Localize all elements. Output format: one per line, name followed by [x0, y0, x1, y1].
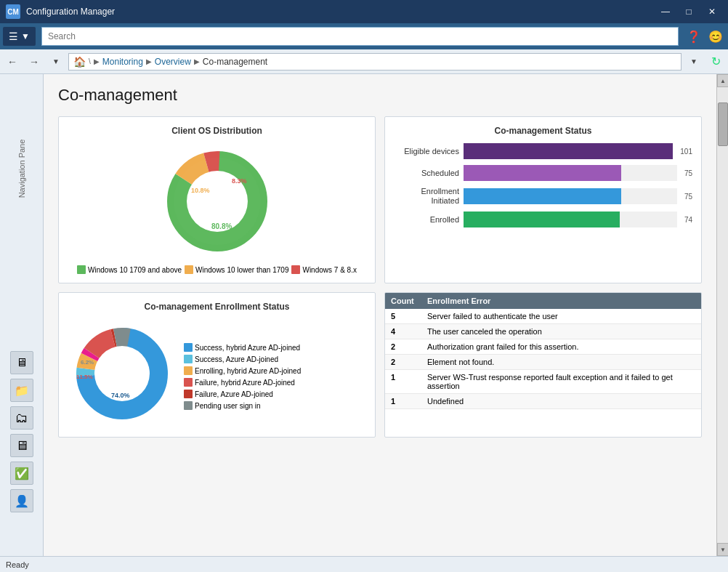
help-button[interactable]: ❓: [684, 27, 703, 46]
legend-item-failure-hybrid: Failure, hybrid Azure AD-joined: [184, 378, 295, 387]
left-sidebar: Navigation Pane 🖥 📁 🗂 🖥 ✅ 👤: [0, 74, 44, 556]
error-table-row: 5Server failed to authenticate the user: [385, 309, 701, 324]
breadcrumb-dropdown-button[interactable]: ▼: [684, 52, 703, 71]
error-table-row: 2Element not found.: [385, 355, 701, 370]
breadcrumb-current: Co-management: [203, 57, 267, 67]
bar-fill-scheduled: [464, 165, 621, 181]
bar-row-enrolled: Enrolled 74: [394, 212, 692, 227]
legend-label-win10-above: Windows 10 1709 and above: [88, 266, 182, 274]
error-count-cell: 2: [385, 339, 421, 355]
error-table: Count Enrollment Error 5Server failed to…: [385, 293, 701, 409]
legend-color-red: [291, 265, 300, 274]
enrollment-status-title: Co-management Enrollment Status: [68, 302, 366, 312]
bar-value-scheduled: 75: [684, 169, 692, 177]
breadcrumb-bar: 🏠 \ ▶ Monitoring ▶ Overview ▶ Co-managem…: [68, 53, 682, 71]
sidebar-icon-layers[interactable]: 🗂: [10, 406, 33, 430]
app-icon: CM: [6, 4, 20, 19]
sidebar-icon-check[interactable]: ✅: [10, 462, 33, 485]
sidebar-icon-user[interactable]: 👤: [10, 489, 33, 512]
sidebar-icon-device[interactable]: 🖥: [10, 434, 33, 457]
client-os-title: Client OS Distribution: [68, 126, 366, 136]
search-input[interactable]: [41, 27, 679, 46]
legend-label-success-azure: Success, Azure AD-joined: [195, 355, 278, 363]
legend-item-success-hybrid: Success, hybrid Azure AD-joined: [184, 343, 300, 352]
legend-color-lightblue: [184, 355, 193, 363]
dashboard-grid: Client OS Distribution 8.3%: [58, 116, 702, 438]
error-message-cell: Server WS-Trust response reported fault …: [421, 370, 701, 394]
minimize-button[interactable]: —: [655, 4, 676, 19]
error-count-cell: 1: [385, 394, 421, 409]
client-os-svg: 8.3% 10.8% 80.8%: [159, 143, 275, 259]
legend-item-pending: Pending user sign in: [184, 401, 261, 410]
legend-label-pending: Pending user sign in: [195, 402, 261, 410]
enrollment-errors-card: Count Enrollment Error 5Server failed to…: [384, 292, 702, 438]
window-controls: — □ ✕: [655, 4, 722, 19]
bar-fill-eligible: [464, 143, 673, 159]
error-message-cell: Undefined: [421, 394, 701, 409]
error-message-cell: Authorization grant failed for this asse…: [421, 339, 701, 355]
error-table-row: 4The user canceled the operation: [385, 324, 701, 339]
nav-bar: ← → ▼ 🏠 \ ▶ Monitoring ▶ Overview ▶ Co-m…: [0, 49, 728, 74]
enrollment-status-card: Co-management Enrollment Status: [58, 292, 376, 438]
error-message-cell: The user canceled the operation: [421, 324, 701, 339]
app-menu-dropdown[interactable]: ☰ ▼: [3, 27, 36, 46]
enrollment-legend: Success, hybrid Azure AD-joined Success,…: [184, 343, 301, 410]
legend-label-enrolling-hybrid: Enrolling, hybrid Azure AD-joined: [195, 367, 301, 375]
content-area: Co-management Client OS Distribution: [44, 74, 716, 556]
breadcrumb-monitoring[interactable]: Monitoring: [102, 57, 143, 67]
forward-button[interactable]: →: [25, 52, 44, 71]
svg-text:8.3%: 8.3%: [232, 177, 247, 185]
bar-track-eligible: [464, 143, 673, 159]
legend-color-veryred: [184, 390, 193, 398]
svg-text:6.2%: 6.2%: [81, 359, 94, 366]
error-table-row: 1Undefined: [385, 394, 701, 409]
scroll-up-button[interactable]: ▲: [717, 74, 728, 87]
legend-item-win10-above: Windows 10 1709 and above: [77, 265, 182, 274]
maximize-button[interactable]: □: [679, 4, 699, 19]
scroll-thumb[interactable]: [718, 102, 728, 146]
error-table-header-row: Count Enrollment Error: [385, 293, 701, 309]
error-table-row: 2Authorization grant failed for this ass…: [385, 339, 701, 355]
status-text: Ready: [6, 560, 29, 569]
svg-text:80.8%: 80.8%: [211, 222, 232, 230]
error-count-cell: 1: [385, 370, 421, 394]
legend-item-enrolling-hybrid: Enrolling, hybrid Azure AD-joined: [184, 366, 301, 375]
error-table-body: 5Server failed to authenticate the user4…: [385, 309, 701, 409]
app-title: Configuration Manager: [26, 7, 655, 17]
bar-value-enrollment: 75: [684, 193, 692, 201]
dropdown-arrow: ▼: [21, 31, 30, 41]
toolbar-icons: ❓ 😊: [684, 27, 725, 46]
breadcrumb-overview[interactable]: Overview: [155, 57, 191, 67]
sidebar-icon-monitor[interactable]: 🖥: [10, 351, 33, 374]
back-button[interactable]: ←: [3, 52, 22, 71]
legend-color-gray: [184, 401, 193, 410]
legend-color-blue: [184, 343, 193, 352]
error-count-cell: 2: [385, 355, 421, 370]
enrollment-svg: 74.0% 11.5% 6.2%: [68, 319, 177, 428]
error-table-row: 1Server WS-Trust response reported fault…: [385, 370, 701, 394]
legend-label-success-hybrid: Success, hybrid Azure AD-joined: [195, 344, 300, 352]
sidebar-icon-folder[interactable]: 📁: [10, 379, 33, 402]
bar-label-scheduled: Scheduled: [394, 169, 459, 177]
error-header: Enrollment Error: [421, 293, 701, 309]
error-count-cell: 4: [385, 324, 421, 339]
legend-label-win7: Windows 7 & 8.x: [302, 266, 356, 274]
comanagement-status-card: Co-management Status Eligible devices 10…: [384, 116, 702, 283]
bar-value-enrolled: 74: [684, 216, 692, 224]
breadcrumb-icon: 🏠: [73, 56, 86, 68]
legend-item-success-azure: Success, Azure AD-joined: [184, 355, 278, 363]
user-button[interactable]: 😊: [706, 27, 725, 46]
legend-item-win7: Windows 7 & 8.x: [291, 265, 356, 274]
status-bar-chart: Eligible devices 101 Scheduled 75: [394, 143, 692, 227]
bar-value-eligible: 101: [680, 148, 692, 156]
client-os-donut: 8.3% 10.8% 80.8%: [159, 143, 275, 259]
legend-label-win10-below: Windows 10 lower than 1709: [195, 266, 288, 274]
scroll-down-button[interactable]: ▼: [717, 543, 728, 556]
refresh-button[interactable]: ↻: [706, 52, 725, 71]
bar-row-eligible: Eligible devices 101: [394, 143, 692, 159]
nav-dropdown-button[interactable]: ▼: [46, 52, 65, 71]
close-button[interactable]: ✕: [702, 4, 722, 19]
nav-pane-label: Navigation Pane: [17, 140, 26, 198]
bar-label-enrolled: Enrolled: [394, 215, 459, 224]
enrollment-donut: 74.0% 11.5% 6.2%: [68, 319, 177, 428]
